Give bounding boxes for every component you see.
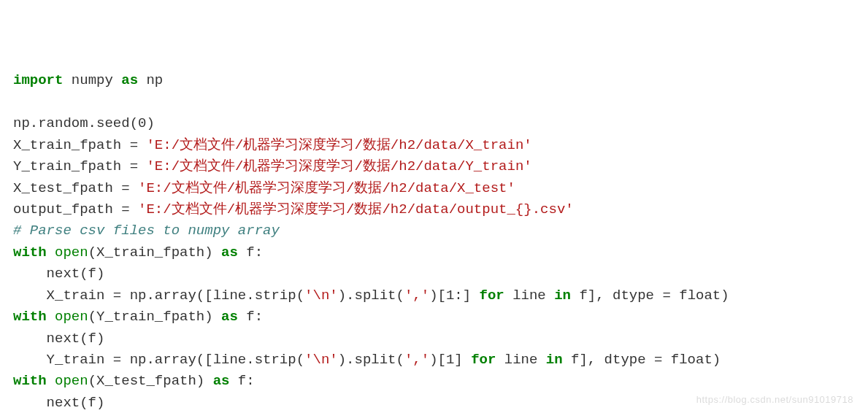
line-next-1: next(f) [13, 266, 104, 282]
line-with-xte: with open(X_test_fpath) as f: [13, 373, 255, 389]
code-block: import numpy as np np.random.seed(0) X_t… [13, 70, 855, 413]
line-xtr-path: X_train_fpath = 'E:/文档文件/机器学习深度学习/数据/h2/… [13, 137, 532, 153]
alias-np: np [146, 72, 163, 88]
line-xte-path: X_test_fpath = 'E:/文档文件/机器学习深度学习/数据/h2/d… [13, 180, 515, 196]
line-ytr-path: Y_train_fpath = 'E:/文档文件/机器学习深度学习/数据/h2/… [13, 158, 532, 174]
line-seed: np.random.seed(0) [13, 115, 155, 131]
line-blank [13, 94, 21, 110]
line-comment: # Parse csv files to numpy array [13, 223, 280, 239]
mod-numpy: numpy [72, 72, 113, 88]
kw-as: as [121, 72, 138, 88]
line-with-ytr: with open(Y_train_fpath) as f: [13, 309, 263, 325]
line-xtr-arr: X_train = np.array([line.strip('\n').spl… [13, 287, 729, 304]
line-with-xtr: with open(X_train_fpath) as f: [13, 244, 263, 260]
line-1: import numpy as np [13, 72, 163, 88]
line-out-path: output_fpath = 'E:/文档文件/机器学习深度学习/数据/h2/d… [13, 201, 574, 217]
line-ytr-arr: Y_train = np.array([line.strip('\n').spl… [13, 352, 721, 368]
kw-import: import [13, 72, 63, 88]
line-next-3: next(f) [13, 395, 104, 411]
line-next-2: next(f) [13, 331, 104, 347]
